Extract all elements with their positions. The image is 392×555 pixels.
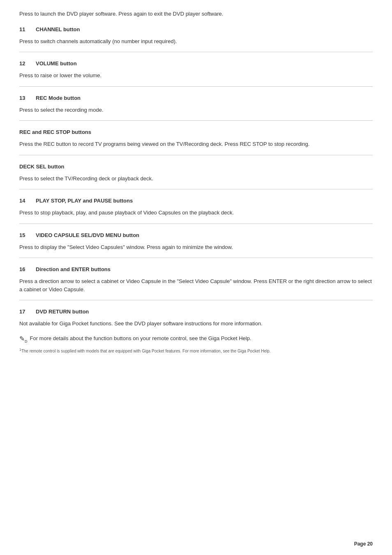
footnote: 1The remote control is supplied with mod… — [19, 348, 373, 354]
section-17: 17 DVD RETURN button Not available for G… — [19, 309, 373, 328]
divider-14-15 — [19, 223, 373, 224]
section-12: 12 VOLUME button Press to raise or lower… — [19, 60, 373, 80]
deck-sel-body: Press to select the TV/Recording deck or… — [19, 175, 373, 183]
rec-buttons-body: Press the REC button to record TV progra… — [19, 140, 373, 148]
note-text: For more details about the function butt… — [30, 334, 251, 343]
section-14-body: Press to stop playback, play, and pause … — [19, 209, 373, 217]
section-rec-buttons: REC and REC STOP buttons Press the REC b… — [19, 129, 373, 148]
section-15-number: 15 — [19, 232, 36, 238]
section-17-title: DVD RETURN button — [36, 309, 89, 315]
section-12-body: Press to raise or lower the volume. — [19, 71, 373, 80]
footnote-text: The remote control is supplied with mode… — [21, 349, 271, 353]
section-14: 14 PLAY STOP, PLAY and PAUSE buttons Pre… — [19, 198, 373, 217]
section-16: 16 Direction and ENTER buttons Press a d… — [19, 266, 373, 293]
rec-buttons-title: REC and REC STOP buttons — [19, 129, 373, 135]
intro-text: Press to launch the DVD player software.… — [19, 10, 373, 18]
section-15: 15 VIDEO CAPSULE SEL/DVD MENU button Pre… — [19, 232, 373, 251]
section-14-title: PLAY STOP, PLAY and PAUSE buttons — [36, 198, 133, 204]
section-13-number: 13 — [19, 95, 36, 101]
note-icon: ✎D — [19, 335, 28, 343]
section-13-body: Press to select the recording mode. — [19, 106, 373, 114]
section-deck-sel: DECK SEL button Press to select the TV/R… — [19, 164, 373, 183]
note-box: ✎D For more details about the function b… — [19, 334, 373, 343]
page-number: Page 20 — [354, 541, 373, 547]
section-16-title: Direction and ENTER buttons — [36, 266, 111, 272]
section-14-number: 14 — [19, 198, 36, 204]
section-16-number: 16 — [19, 266, 36, 272]
divider-16-17 — [19, 300, 373, 300]
section-17-number: 17 — [19, 309, 36, 315]
section-11-number: 11 — [19, 26, 36, 32]
section-13-title: REC Mode button — [36, 95, 81, 101]
divider-rec-deck — [19, 155, 373, 155]
divider-15-16 — [19, 258, 373, 258]
section-12-number: 12 — [19, 60, 36, 67]
divider-13-rec — [19, 120, 373, 121]
section-16-body: Press a direction arrow to select a cabi… — [19, 277, 373, 293]
section-15-body: Press to display the "Select Video Capsu… — [19, 243, 373, 251]
section-15-title: VIDEO CAPSULE SEL/DVD MENU button — [36, 232, 139, 238]
section-11-title: CHANNEL button — [36, 26, 80, 32]
deck-sel-title: DECK SEL button — [19, 164, 373, 170]
section-11: 11 CHANNEL button Press to switch channe… — [19, 26, 373, 46]
divider-deck-14 — [19, 189, 373, 189]
divider-11-12 — [19, 52, 373, 52]
section-13: 13 REC Mode button Press to select the r… — [19, 95, 373, 114]
section-17-body: Not available for Giga Pocket functions.… — [19, 320, 373, 328]
section-11-body: Press to switch channels automatically (… — [19, 37, 373, 46]
section-12-title: VOLUME button — [36, 60, 77, 67]
divider-12-13 — [19, 86, 373, 87]
